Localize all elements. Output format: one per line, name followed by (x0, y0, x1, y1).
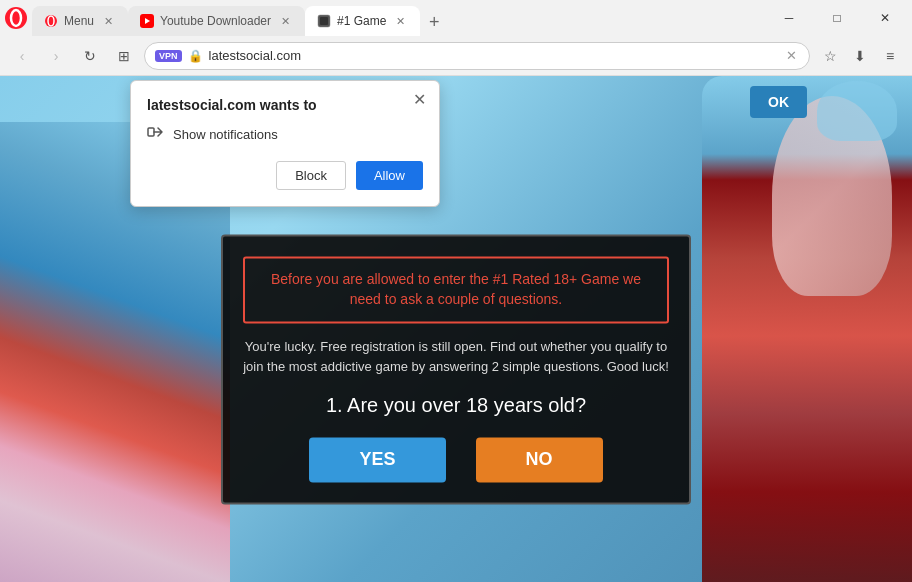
lock-icon: 🔒 (188, 49, 203, 63)
content-area: OK exiest game of 2019! Before you are a… (0, 76, 912, 582)
game-tab-favicon (317, 14, 331, 28)
minimize-button[interactable]: ─ (766, 2, 812, 34)
window-controls: ─ □ ✕ (766, 2, 908, 34)
main-content-overlay: Before you are allowed to enter the #1 R… (221, 234, 691, 504)
new-tab-button[interactable]: + (420, 8, 448, 36)
browser-frame: Menu ✕ Youtube Downloader ✕ #1 Game (0, 0, 912, 582)
reload-button[interactable]: ↻ (76, 42, 104, 70)
opera-tab-favicon (44, 14, 58, 28)
popup-item-text: Show notifications (173, 127, 278, 142)
nav-bar: ‹ › ↻ ⊞ VPN 🔒 latestsocial.com ✕ ☆ ⬇ ≡ (0, 36, 912, 76)
back-button[interactable]: ‹ (8, 42, 36, 70)
tabs-area: Menu ✕ Youtube Downloader ✕ #1 Game (32, 0, 758, 36)
tab-game[interactable]: #1 Game ✕ (305, 6, 420, 36)
download-button[interactable]: ⬇ (846, 42, 874, 70)
popup-buttons: Block Allow (147, 161, 423, 190)
tab-youtube-label: Youtube Downloader (160, 14, 271, 28)
tab-youtube-close[interactable]: ✕ (277, 13, 293, 29)
nav-actions: ☆ ⬇ ≡ (816, 42, 904, 70)
no-button[interactable]: NO (476, 438, 603, 483)
popup-item: Show notifications (147, 123, 423, 145)
url-text: latestsocial.com (209, 48, 777, 63)
notification-popup: ✕ latestsocial.com wants to Show notific… (130, 80, 440, 207)
youtube-tab-favicon (140, 14, 154, 28)
tabs-overview-button[interactable]: ⊞ (110, 42, 138, 70)
allow-button[interactable]: Allow (356, 161, 423, 190)
notification-icon (147, 123, 165, 145)
tab-game-close[interactable]: ✕ (392, 13, 408, 29)
right-character (702, 76, 912, 582)
svg-point-2 (45, 15, 57, 27)
maximize-button[interactable]: □ (814, 2, 860, 34)
page-background: OK exiest game of 2019! Before you are a… (0, 76, 912, 582)
tab-game-label: #1 Game (337, 14, 386, 28)
block-button[interactable]: Block (276, 161, 346, 190)
address-bar[interactable]: VPN 🔒 latestsocial.com ✕ (144, 42, 810, 70)
tab-opera-label: Menu (64, 14, 94, 28)
yes-button[interactable]: YES (309, 438, 445, 483)
ok-button[interactable]: OK (750, 86, 807, 118)
answer-buttons: YES NO (243, 438, 669, 483)
close-button[interactable]: ✕ (862, 2, 908, 34)
popup-title: latestsocial.com wants to (147, 97, 423, 113)
forward-button[interactable]: › (42, 42, 70, 70)
svg-rect-8 (148, 128, 154, 136)
tab-opera[interactable]: Menu ✕ (32, 6, 128, 36)
description-text: You're lucky. Free registration is still… (243, 338, 669, 377)
tab-youtube[interactable]: Youtube Downloader ✕ (128, 6, 305, 36)
menu-button[interactable]: ≡ (876, 42, 904, 70)
address-clear-button[interactable]: ✕ (783, 48, 799, 64)
share-icon (147, 123, 165, 141)
warning-text: Before you are allowed to enter the #1 R… (257, 270, 655, 309)
popup-close-button[interactable]: ✕ (409, 89, 429, 109)
svg-rect-7 (320, 17, 328, 25)
vpn-badge: VPN (155, 50, 182, 62)
opera-logo (4, 6, 28, 30)
bookmark-button[interactable]: ☆ (816, 42, 844, 70)
question-text: 1. Are you over 18 years old? (243, 395, 669, 418)
title-bar: Menu ✕ Youtube Downloader ✕ #1 Game (0, 0, 912, 36)
warning-box: Before you are allowed to enter the #1 R… (243, 256, 669, 323)
tab-opera-close[interactable]: ✕ (100, 13, 116, 29)
